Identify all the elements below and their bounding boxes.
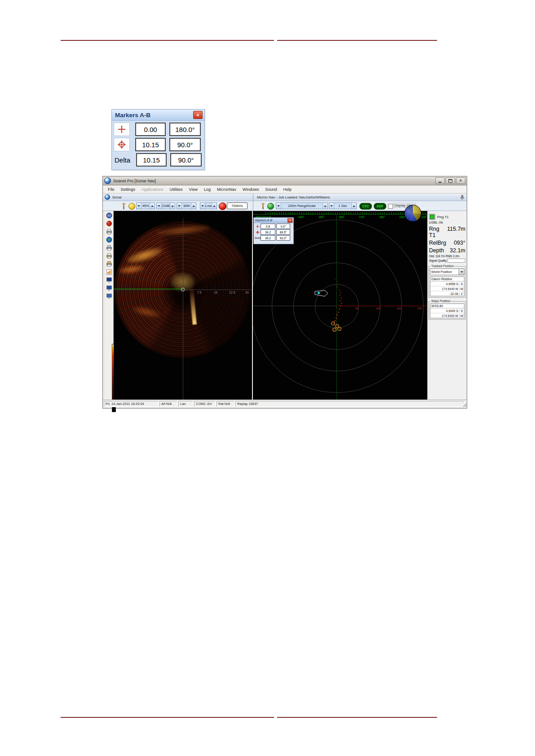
menu-windows[interactable]: Windows	[239, 187, 262, 192]
sonar-range-label: 7.5	[197, 291, 202, 294]
menu-sound[interactable]: Sound	[262, 187, 280, 192]
usbl-status: USBL Ok	[429, 220, 465, 224]
nav-status-ball[interactable]	[267, 203, 274, 210]
marker-a-bearing-field[interactable]: 180.0°	[169, 123, 201, 136]
micronnav-panel-title: Micron Nav - Job Loaded: NavJobfortWilli…	[257, 195, 330, 199]
track-dot	[336, 317, 337, 319]
update-rate-down-button[interactable]	[329, 203, 334, 209]
menu-utilities[interactable]: Utilities	[167, 187, 186, 192]
nav-marker-b-row: 99.2 89.5°	[255, 229, 292, 235]
table-row: 174.5453 W W	[430, 313, 464, 318]
print-settings-icon[interactable]	[106, 244, 113, 251]
nav-marker-a-bearing[interactable]: 0.0°	[276, 224, 290, 229]
rangescale-up-button[interactable]	[323, 203, 327, 209]
position-mode-value: World Position	[430, 270, 459, 274]
print-log-icon[interactable]	[106, 252, 113, 259]
rangescale-down-button[interactable]	[276, 203, 281, 209]
ship-lat-unit: S	[459, 309, 464, 312]
nav-markers-titlebar[interactable]: Markers A-B ×	[254, 218, 293, 223]
marker-a-icon[interactable]	[114, 123, 130, 136]
track-dot	[340, 297, 342, 299]
range-up-button[interactable]	[191, 203, 196, 209]
close-button[interactable]: ×	[456, 177, 465, 184]
table-row: 4.6558 S S	[430, 281, 464, 286]
sonar-bearing-line	[114, 289, 183, 289]
display-chart-checkbox[interactable]	[388, 204, 393, 209]
print-icon[interactable]	[106, 228, 113, 235]
marker-b-range-field[interactable]: 10.15	[135, 138, 166, 151]
contrast-down-button[interactable]	[157, 203, 162, 209]
relbrg-value: 093°	[454, 240, 465, 246]
menu-bar: File Settings Applications Utilities Vie…	[103, 185, 467, 193]
menu-settings[interactable]: Settings	[118, 187, 139, 192]
sonar-panel-icon	[105, 194, 110, 200]
print-color-icon[interactable]	[106, 260, 113, 268]
track-dot	[338, 312, 339, 313]
datum-z-value: -32.06	[430, 292, 459, 295]
menu-view[interactable]: View	[186, 187, 201, 192]
position-mode-dropdown[interactable]: World Position	[430, 268, 464, 275]
track-dot	[341, 303, 342, 304]
chevron-down-icon[interactable]	[459, 269, 464, 275]
maximize-button[interactable]	[446, 177, 455, 184]
range-spinner: 30M	[177, 202, 196, 209]
close-icon[interactable]: ×	[193, 111, 203, 119]
contrast-up-button[interactable]	[170, 203, 175, 209]
menu-log[interactable]: Log	[201, 187, 214, 192]
depth-readout: Depth 32.1m	[429, 247, 465, 254]
pin-icon[interactable]	[460, 195, 464, 200]
datum-lat-unit: S	[459, 282, 464, 286]
marker-b-icon[interactable]	[114, 138, 130, 151]
status-datetime: Fri, 14-Jan-2011 16:20:04	[104, 401, 159, 407]
record-icon[interactable]	[106, 220, 113, 227]
sonar-head-icon[interactable]	[121, 203, 126, 209]
sonar-display[interactable]: 7.5 15 22.5 30	[114, 211, 252, 400]
ship-lon-value: 174.5453 W	[430, 314, 459, 317]
screen-icon-1[interactable]	[106, 277, 113, 284]
delta-label: Delta	[114, 156, 134, 164]
nav-info-panel: Ping T1 USBL Ok Rng T1 115.7m RelBrg 093…	[427, 211, 467, 399]
nav-display-area: Ship True N 040° 050° 060° 070° 080° 090…	[253, 211, 427, 400]
track-dot	[339, 308, 340, 310]
nav-marker-a-range[interactable]: 0.8	[261, 224, 275, 229]
close-icon[interactable]: ×	[287, 218, 292, 223]
rng-readout: Rng T1 115.7m	[429, 226, 465, 238]
menu-file[interactable]: File	[105, 187, 118, 192]
range-down-button[interactable]	[177, 203, 182, 209]
minimize-button[interactable]	[435, 177, 445, 184]
sonar-status-ball[interactable]	[128, 203, 135, 210]
speed-down-button[interactable]	[200, 203, 205, 209]
markers-dialog-titlebar[interactable]: Markers A-B ×	[112, 110, 204, 121]
marker-b-row: 10.15 90.0°	[114, 138, 202, 151]
nav-marker-b-bearing[interactable]: 89.5°	[276, 229, 290, 235]
nav-display[interactable]: Ship True N 040° 050° 060° 070° 080° 090…	[253, 211, 427, 400]
minimize-icon	[438, 179, 442, 183]
menu-micronnav[interactable]: MicronNav	[214, 187, 239, 192]
cyc-button[interactable]: CYC	[359, 203, 372, 210]
dist-rms-line: Dist: 118.7m RMS 2.2m	[429, 255, 466, 258]
marker-a-row: 0.00 180.0°	[114, 123, 202, 136]
globe-icon[interactable]	[106, 236, 113, 243]
nav-marker-b-range[interactable]: 99.2	[261, 229, 275, 235]
ping-led-button[interactable]	[429, 214, 435, 220]
gain-down-button[interactable]	[137, 203, 141, 209]
ping-label: Ping T1	[437, 215, 449, 219]
exp-button[interactable]: EXP	[374, 203, 386, 210]
speed-up-button[interactable]	[212, 203, 217, 209]
sonar-panel-header: Sonar	[103, 193, 253, 201]
marker-b-bearing-field[interactable]: 90.0°	[169, 138, 201, 151]
chart-window-icon[interactable]	[106, 268, 113, 276]
gain-up-button[interactable]	[150, 203, 155, 209]
nav-markers-title: Markers A-B	[255, 219, 287, 222]
frequency-button[interactable]: 700kHz	[227, 202, 248, 209]
screen-icon-2[interactable]	[106, 285, 113, 292]
nav-head-icon[interactable]	[261, 203, 265, 209]
nav-delta-row: Delta 99.2 90.0°	[255, 235, 292, 241]
window-titlebar[interactable]: Seanet Pro [Sonar Nav] ×	[103, 176, 467, 185]
menu-help[interactable]: Help	[280, 187, 295, 192]
screen-icon-3[interactable]	[106, 293, 113, 300]
compass-icon[interactable]	[106, 212, 113, 219]
marker-a-range-field[interactable]: 0.00	[135, 123, 166, 136]
update-rate-up-button[interactable]	[351, 203, 356, 209]
seanet-pro-window: Seanet Pro [Sonar Nav] × File Settings A…	[102, 176, 467, 409]
